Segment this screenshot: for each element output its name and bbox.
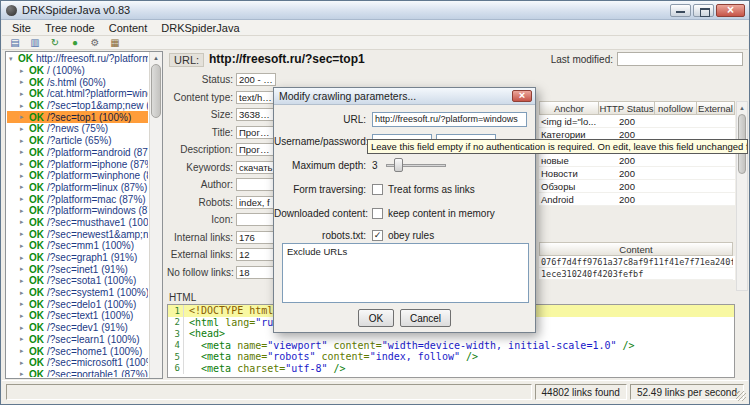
expand-icon[interactable] [20,324,29,332]
tree-item[interactable]: OK/?sec=newest1&amp;new (100%) [7,228,148,240]
expand-icon[interactable] [20,312,29,320]
expand-icon[interactable] [20,160,29,168]
tree-item[interactable]: OK/?sec=portable1 (87%) [7,369,148,377]
field-value[interactable]: скачать [236,161,276,174]
field-value[interactable]: 12 [236,248,276,261]
field-value[interactable]: 18 [236,266,276,279]
menu-drkspiderjava[interactable]: DRKSpiderJava [154,21,246,35]
expand-icon[interactable] [20,359,29,367]
tree-item[interactable]: OK/?sec=learn1 (100%) [7,334,148,346]
field-value[interactable]: Программ [236,143,276,156]
tree-item[interactable]: OK/?sec=mm1 (100%) [7,240,148,252]
field-value[interactable]: Программ [236,126,276,139]
tree-item[interactable]: OK/?news (75%) [7,123,148,135]
scrollbar-thumb[interactable] [151,64,161,118]
expand-icon[interactable] [20,172,29,180]
expand-icon[interactable] [20,230,29,238]
expand-icon[interactable] [20,265,29,273]
tree-item[interactable]: OK/?sec=musthave1 (100%) [7,217,148,229]
link-row[interactable]: Новости200 [539,167,735,180]
tree-item[interactable]: OK/?platform=windows (87%) [7,205,148,217]
scroll-up-icon[interactable]: ▲ [737,102,747,113]
expand-icon[interactable] [20,148,29,156]
depth-slider[interactable] [386,157,446,173]
tree-item[interactable]: OK/?sec=inet1 (91%) [7,263,148,275]
tree-item[interactable]: OK/?sec=delo1 (100%) [7,298,148,310]
link-row[interactable]: <img id="lo...200 [539,115,735,128]
expand-icon[interactable] [20,102,29,110]
tree-item[interactable]: OK/?sec=top1&amp;new (100%) [7,100,148,112]
expand-icon[interactable] [20,277,29,285]
expand-icon[interactable] [20,137,29,145]
tree-item[interactable]: OK/?sec=system1 (100%) [7,287,148,299]
tree-item[interactable]: OK/?platform=android (87%) [7,147,148,159]
dialog-close-button[interactable] [512,90,532,102]
tree-item[interactable]: OK/?sec=home1 (100%) [7,345,148,357]
tree-item[interactable]: OK/?platform=iphone (87%) [7,158,148,170]
ok-button[interactable]: OK [358,309,394,327]
expand-icon[interactable] [20,347,29,355]
tree-item[interactable]: OK/?sec=dev1 (91%) [7,322,148,334]
exclude-urls-box[interactable]: Exclude URLs [282,243,529,303]
expand-icon[interactable] [20,113,29,121]
tree-root-item[interactable]: OKhttp://freesoft.ru/?platform=windows [7,53,148,65]
field-value[interactable]: 36386 b [236,108,276,121]
tree-item[interactable]: OK/?sec=top1 (100%) [7,111,148,123]
tree-item[interactable]: OK/?platform=mac (87%) [7,193,148,205]
field-value[interactable]: 200 - OK [236,73,276,86]
maximize-button[interactable] [693,4,714,17]
close-button[interactable] [716,4,745,17]
expand-icon[interactable] [20,195,29,203]
tree-item[interactable]: OK/?sec=sota1 (100%) [7,275,148,287]
expand-icon[interactable] [20,370,29,377]
report-button[interactable]: ▦ [107,37,123,49]
field-value[interactable]: 176 [236,231,276,244]
field-value[interactable]: index, f [236,196,276,209]
expand-icon[interactable] [20,125,29,133]
field-value[interactable] [236,213,276,226]
expand-icon[interactable] [20,335,29,343]
tree-item[interactable]: OK/s.html (60%) [7,76,148,88]
tree-item[interactable]: OK/?sec=graph1 (91%) [7,252,148,264]
menu-tree-node[interactable]: Tree node [38,21,102,35]
tree-item[interactable]: OK/ (100%) [7,65,148,77]
expand-icon[interactable] [20,289,29,297]
open-site-button[interactable]: ▥ [27,37,43,49]
expand-icon[interactable] [20,242,29,250]
form-traversing-checkbox[interactable] [372,184,383,195]
column-header[interactable]: HTTP Status [599,101,655,115]
column-header[interactable]: External [697,101,735,115]
dialog-url-input[interactable]: http://freesoft.ru/?platform=windows [372,112,527,127]
expand-icon[interactable] [20,300,29,308]
last-modified-field[interactable] [617,52,743,66]
start-crawl-button[interactable]: ● [67,37,83,49]
new-site-button[interactable]: ▤ [7,37,23,49]
table-scrollbar[interactable]: ▲ [736,101,748,291]
obey-robots-checkbox[interactable] [372,230,383,241]
tree-scrollbar[interactable]: ▲ [149,52,162,378]
column-header[interactable]: Anchor [539,101,599,115]
expand-icon[interactable] [20,207,29,215]
field-value[interactable]: text/html [236,91,276,104]
tree-item[interactable]: OK/?sec=text1 (100%) [7,310,148,322]
expand-icon[interactable] [9,55,18,63]
minimize-button[interactable] [670,4,691,17]
column-header[interactable]: nofollow [655,101,697,115]
menu-content[interactable]: Content [102,21,155,35]
settings-button[interactable]: ⚙ [87,37,103,49]
link-row[interactable]: Android200 [539,193,735,206]
link-row[interactable]: Обзоры200 [539,180,735,193]
link-row[interactable]: новые200 [539,154,735,167]
keep-content-checkbox[interactable] [372,208,383,219]
expand-icon[interactable] [20,218,29,226]
tree-item[interactable]: OK/cat.html?platform=windows (60%) [7,88,148,100]
tree-item[interactable]: OK/?platform=linux (87%) [7,182,148,194]
slider-thumb-icon[interactable] [394,158,403,172]
tree-item[interactable]: OK/?sec=microsoft1 (100%) [7,357,148,369]
content-row[interactable]: 1ece310240f4203fefbf [539,268,735,280]
scroll-up-icon[interactable]: ▲ [150,52,162,63]
field-value[interactable] [236,178,276,191]
expand-icon[interactable] [20,67,29,75]
dialog-titlebar[interactable]: Modify crawling parameters... [274,88,535,105]
refresh-button[interactable]: ↻ [47,37,63,49]
